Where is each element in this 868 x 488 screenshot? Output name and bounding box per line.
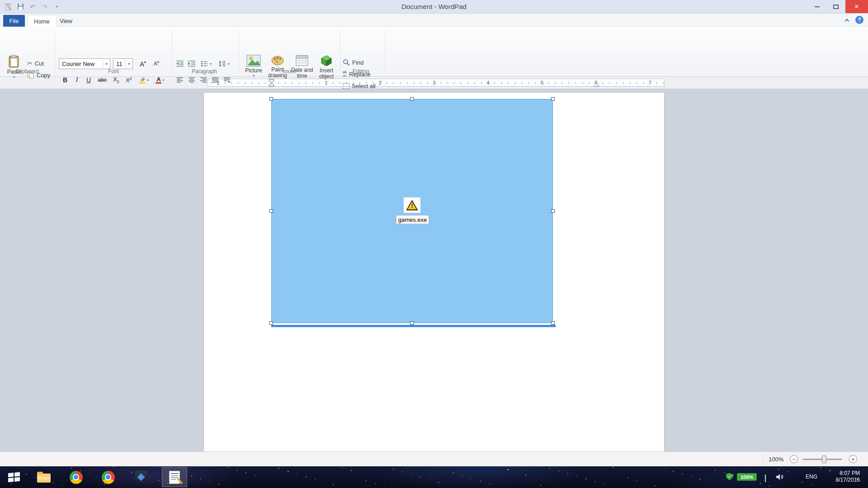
cut-button[interactable]: ✂ Cut (27, 58, 44, 68)
start-button[interactable] (4, 467, 24, 487)
taskbar-chrome-1[interactable] (64, 467, 88, 487)
star (393, 469, 394, 469)
list-dropdown[interactable]: ▾ (210, 62, 212, 66)
star (576, 476, 577, 477)
decrease-indent-button[interactable] (175, 58, 185, 69)
ruler-number: 2 (378, 80, 382, 86)
list-button[interactable] (199, 58, 210, 69)
zoom-in-button[interactable]: + (849, 455, 857, 463)
taskbar-file-explorer[interactable] (33, 467, 55, 487)
subscript-button[interactable]: X2 (110, 75, 122, 85)
collapse-ribbon-button[interactable] (845, 18, 850, 23)
shrink-font-button[interactable]: A▾ (150, 58, 163, 69)
font-family-select[interactable]: Courier New ▾ (59, 58, 110, 69)
align-left-button[interactable] (175, 75, 185, 85)
tray-security-icon[interactable]: ✓ (726, 473, 733, 480)
undo-button[interactable]: ↶ (28, 2, 38, 12)
resize-handle-top-right[interactable] (551, 97, 555, 101)
window-controls: × (807, 0, 868, 13)
taskbar-app-dark[interactable] (129, 467, 153, 487)
tray-battery-indicator[interactable]: 100% (737, 473, 757, 481)
justify-icon (212, 77, 219, 83)
object-cube-icon (321, 55, 332, 67)
superscript-button[interactable]: X2 (123, 75, 135, 85)
embedded-object-icon[interactable]: ! (403, 197, 421, 213)
maximize-button[interactable] (826, 0, 845, 13)
resize-handle-middle-left[interactable] (269, 209, 273, 213)
wordpad-window: ↶ ↷ ▾ Document - WordPad × File Home Vie… (0, 0, 868, 488)
chevron-down-icon: ▾ (147, 78, 149, 82)
taskbar: ✓ 100% ENG 8:07 PM 8/17/2016 (0, 466, 868, 488)
star (549, 468, 550, 469)
bold-button[interactable]: B (60, 75, 71, 85)
document-page[interactable]: ! games.exe (203, 92, 665, 451)
align-right-button[interactable] (198, 75, 209, 85)
star (158, 480, 159, 481)
star (218, 484, 219, 485)
star (604, 484, 604, 485)
embedded-object-label[interactable]: games.exe (396, 215, 429, 224)
grow-font-button[interactable]: A▴ (137, 58, 149, 69)
line-spacing-dropdown[interactable]: ▾ (228, 62, 230, 66)
star (516, 472, 517, 473)
star (778, 469, 779, 470)
find-button[interactable]: Find (343, 57, 363, 67)
highlight-color-button[interactable]: ▾ (137, 75, 151, 85)
windows-logo-icon (8, 472, 20, 483)
tab-view[interactable]: View (53, 15, 79, 27)
resize-handle-top-center[interactable] (410, 97, 414, 101)
ruler-number: 4 (486, 80, 491, 86)
increase-indent-button[interactable] (186, 58, 197, 69)
tab-home[interactable]: Home (27, 15, 57, 27)
close-icon: × (854, 3, 859, 11)
scissors-icon: ✂ (27, 60, 33, 67)
resize-handle-top-left[interactable] (269, 97, 273, 101)
chevron-down-icon: ▾ (103, 59, 110, 69)
star (664, 468, 665, 469)
zoom-out-button[interactable]: − (790, 455, 798, 463)
align-right-icon (200, 77, 207, 83)
tray-show-hidden-icons[interactable] (765, 475, 766, 482)
resize-handle-middle-right[interactable] (551, 209, 555, 213)
resize-handle-bottom-right[interactable] (551, 321, 555, 325)
star (613, 467, 613, 468)
justify-button[interactable] (210, 75, 221, 85)
redo-button[interactable]: ↷ (40, 2, 50, 12)
resize-handle-bottom-left[interactable] (269, 321, 273, 325)
picture-icon (246, 55, 261, 67)
tray-volume[interactable] (776, 474, 784, 480)
tab-file[interactable]: File (3, 15, 25, 27)
line-spacing-button[interactable] (217, 58, 228, 69)
resize-handle-bottom-center[interactable] (410, 321, 414, 325)
qat-dropdown-button[interactable]: ▾ (52, 2, 62, 12)
star (540, 485, 541, 486)
group-separator (385, 30, 386, 73)
font-size-select[interactable]: 11 ▾ (113, 58, 133, 69)
star (787, 471, 788, 472)
dark-app-icon (135, 471, 147, 483)
help-button[interactable]: ? (855, 16, 863, 24)
italic-button[interactable]: I (71, 75, 82, 85)
star (2, 481, 3, 482)
select-all-button[interactable]: Select all (343, 81, 376, 91)
taskbar-chrome-2[interactable] (96, 467, 120, 487)
minimize-button[interactable] (807, 0, 826, 13)
close-button[interactable]: × (845, 0, 868, 13)
strikethrough-button[interactable]: abe (95, 75, 109, 85)
paragraph-dialog-button[interactable] (222, 75, 232, 85)
status-separator (763, 454, 764, 464)
star (122, 469, 123, 470)
underline-button[interactable]: U (83, 75, 94, 85)
minimize-icon (815, 6, 820, 7)
save-button[interactable] (15, 2, 25, 12)
star (306, 476, 307, 477)
increase-indent-icon (188, 60, 196, 67)
tray-language[interactable]: ENG (806, 474, 817, 480)
select-all-icon (343, 83, 349, 89)
tray-clock[interactable]: 8:07 PM 8/17/2016 (826, 470, 860, 483)
taskbar-wordpad-active[interactable] (162, 467, 187, 487)
zoom-slider-thumb[interactable] (822, 455, 826, 463)
font-color-button[interactable]: A ▾ (153, 75, 167, 85)
star (429, 479, 430, 480)
align-center-button[interactable] (186, 75, 197, 85)
